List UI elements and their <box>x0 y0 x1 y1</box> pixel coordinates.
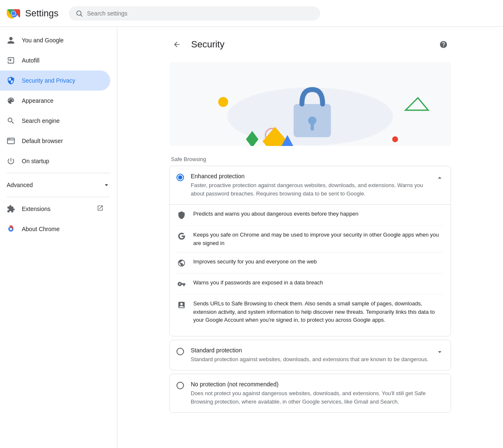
detail-item-1: Keeps you safe on Chrome and may be used… <box>176 226 444 253</box>
svg-rect-15 <box>311 124 314 130</box>
standard-radio[interactable] <box>176 348 184 355</box>
sidebar-item-you-google[interactable]: You and Google <box>0 30 110 50</box>
svg-point-11 <box>10 228 12 230</box>
person-icon <box>7 36 15 44</box>
option-enhanced-protection: Enhanced protection Faster, proactive pr… <box>169 166 451 336</box>
chrome-logo <box>7 7 20 20</box>
sidebar-label-appearance: Appearance <box>22 97 54 104</box>
search-bar <box>69 6 320 21</box>
sidebar-item-security-privacy[interactable]: Security and Privacy <box>0 70 110 91</box>
detail-text-3: Warns you if passwords are exposed in a … <box>193 279 444 287</box>
sidebar-item-extensions[interactable]: Extensions <box>0 199 110 219</box>
sidebar-label-default-browser: Default browser <box>22 138 63 144</box>
shield-detail-icon <box>176 210 187 220</box>
sidebar-label-security-privacy: Security and Privacy <box>22 77 75 84</box>
enhanced-text: Enhanced protection Faster, proactive pr… <box>191 173 429 198</box>
header: Settings <box>0 0 503 27</box>
security-illustration <box>169 62 451 146</box>
sidebar-label-extensions: Extensions <box>22 206 50 212</box>
sidebar-label-you-google: You and Google <box>22 37 64 44</box>
no-protection-radio[interactable] <box>176 382 184 389</box>
no-protection-desc: Does not protect you against dangerous w… <box>191 389 444 406</box>
sidebar-advanced[interactable]: Advanced <box>0 175 117 195</box>
no-protection-header[interactable]: No protection (not recommended) Does not… <box>170 374 451 412</box>
external-link-icon <box>97 205 104 213</box>
svg-point-4 <box>77 11 81 16</box>
sidebar-item-on-startup[interactable]: On startup <box>0 151 110 171</box>
autofill-icon <box>7 56 15 65</box>
chart-detail-icon <box>176 300 187 310</box>
sidebar-item-default-browser[interactable]: Default browser <box>0 131 110 151</box>
sidebar-label-autofill: Autofill <box>22 57 39 64</box>
sidebar: You and Google Autofill Security and Pri… <box>0 27 117 448</box>
standard-desc: Standard protection against websites, do… <box>191 355 429 364</box>
globe-detail-icon <box>176 258 187 268</box>
safe-browsing-label: Safe Browsing <box>169 156 451 162</box>
layout: You and Google Autofill Security and Pri… <box>0 27 503 448</box>
palette-icon <box>7 96 15 105</box>
svg-point-17 <box>218 97 228 107</box>
page-header: Security <box>169 37 451 52</box>
header-title: Settings <box>25 8 59 19</box>
help-button[interactable] <box>436 37 451 52</box>
chevron-up-icon <box>436 174 444 184</box>
detail-item-3: Warns you if passwords are exposed in a … <box>176 273 444 294</box>
svg-line-5 <box>80 15 82 16</box>
chevron-down-standard-icon <box>436 348 444 358</box>
standard-protection-header[interactable]: Standard protection Standard protection … <box>170 340 451 370</box>
sidebar-item-about-chrome[interactable]: About Chrome <box>0 219 110 239</box>
sidebar-item-autofill[interactable]: Autofill <box>0 50 110 70</box>
sidebar-item-appearance[interactable]: Appearance <box>0 91 110 111</box>
search-engine-icon <box>7 117 15 125</box>
svg-point-8 <box>8 139 9 140</box>
svg-point-23 <box>392 136 398 142</box>
illustration-svg <box>169 62 451 146</box>
enhanced-radio[interactable] <box>176 174 184 181</box>
svg-marker-22 <box>405 98 428 110</box>
extensions-icon <box>7 205 15 213</box>
sidebar-item-search-engine[interactable]: Search engine <box>0 111 110 131</box>
page-title: Security <box>191 39 429 50</box>
back-button[interactable] <box>169 37 184 52</box>
option-standard-protection: Standard protection Standard protection … <box>169 340 451 371</box>
no-protection-title: No protection (not recommended) <box>191 381 444 388</box>
svg-point-14 <box>308 117 316 125</box>
svg-point-9 <box>10 139 10 140</box>
sidebar-label-search-engine: Search engine <box>22 117 60 124</box>
search-input[interactable] <box>87 10 314 17</box>
detail-item-0: Predicts and warns you about dangerous e… <box>176 205 444 226</box>
advanced-label: Advanced <box>7 182 99 188</box>
enhanced-desc: Faster, proactive protection against dan… <box>191 181 429 198</box>
shield-icon <box>7 76 15 85</box>
enhanced-title: Enhanced protection <box>191 173 429 180</box>
power-icon <box>7 157 15 165</box>
browser-icon <box>7 137 15 145</box>
detail-text-4: Sends URLs to Safe Browsing to check the… <box>193 300 444 324</box>
main-content: Security <box>117 27 503 448</box>
enhanced-details: Predicts and warns you about dangerous e… <box>170 204 451 336</box>
about-chrome-icon <box>7 225 15 233</box>
enhanced-protection-header[interactable]: Enhanced protection Faster, proactive pr… <box>170 166 451 204</box>
svg-rect-6 <box>8 138 15 143</box>
content-wrapper: Security <box>159 27 461 426</box>
standard-text: Standard protection Standard protection … <box>191 347 429 364</box>
detail-text-2: Improves security for you and everyone o… <box>193 258 444 266</box>
detail-item-4: Sends URLs to Safe Browsing to check the… <box>176 294 444 329</box>
sidebar-divider <box>7 173 110 173</box>
sidebar-label-about-chrome: About Chrome <box>22 226 60 232</box>
key-detail-icon <box>176 279 187 289</box>
sidebar-divider-2 <box>7 197 110 197</box>
standard-title: Standard protection <box>191 347 429 354</box>
detail-text-0: Predicts and warns you about dangerous e… <box>193 210 444 218</box>
search-icon <box>75 10 83 17</box>
svg-point-3 <box>11 11 16 16</box>
detail-item-2: Improves security for you and everyone o… <box>176 253 444 273</box>
google-detail-icon <box>176 231 187 241</box>
option-no-protection: No protection (not recommended) Does not… <box>169 374 451 413</box>
detail-text-1: Keeps you safe on Chrome and may be used… <box>193 231 444 247</box>
no-protection-text: No protection (not recommended) Does not… <box>191 381 444 406</box>
chevron-down-icon <box>103 181 110 189</box>
sidebar-label-on-startup: On startup <box>22 158 49 164</box>
